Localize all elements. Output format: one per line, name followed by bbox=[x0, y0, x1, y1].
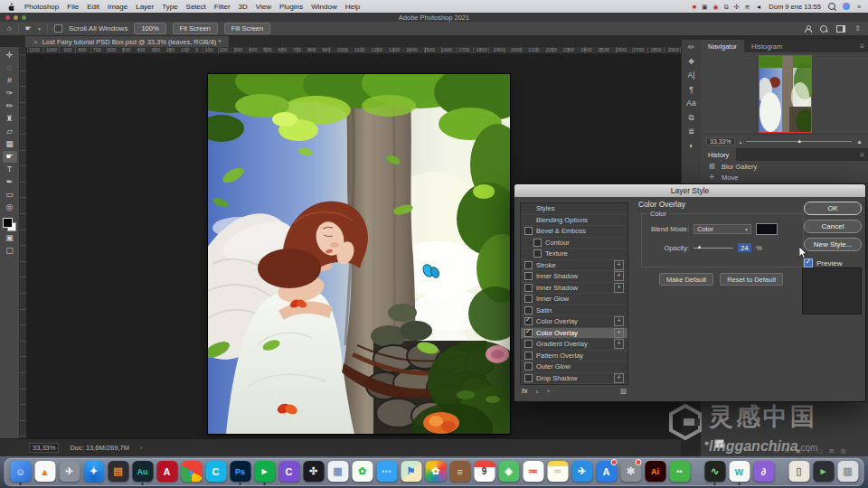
navigator-zoom-slider[interactable]: ▲ bbox=[746, 141, 852, 142]
make-default-button[interactable]: Make Default bbox=[659, 273, 713, 286]
media-player-dark[interactable]: ▸ bbox=[813, 461, 834, 482]
style-checkbox[interactable] bbox=[524, 352, 533, 360]
menu-item[interactable]: Edit bbox=[87, 3, 99, 11]
notebook-app[interactable]: ▤ bbox=[108, 461, 128, 482]
style-list-item[interactable]: Pattern Overlay + bbox=[521, 351, 627, 362]
tab-histogram[interactable]: Histogram bbox=[744, 40, 789, 52]
audio-monitor-app[interactable]: ∿ bbox=[704, 461, 725, 482]
dock-item[interactable]: A bbox=[596, 461, 618, 485]
style-checkbox[interactable] bbox=[524, 362, 533, 371]
dock-item[interactable]: Ai bbox=[645, 461, 666, 485]
clone-source-icon[interactable]: ⧉ bbox=[688, 114, 693, 122]
green-diamond-app[interactable]: ◈ bbox=[498, 461, 519, 482]
dock-item[interactable]: 9 bbox=[474, 461, 495, 485]
blend-mode-dropdown[interactable]: Color ▾ bbox=[693, 224, 751, 234]
minimize-window-button[interactable] bbox=[14, 15, 18, 20]
brush-tool[interactable]: ✏ bbox=[3, 100, 17, 112]
gradient-tool[interactable]: ▦ bbox=[3, 138, 17, 150]
dock-item[interactable]: ≂ bbox=[547, 461, 569, 485]
dock-item[interactable]: C bbox=[205, 461, 227, 485]
delete-effect-icon[interactable]: ▥ bbox=[620, 387, 627, 395]
add-effect-button[interactable]: + bbox=[614, 328, 624, 338]
style-checkbox[interactable] bbox=[524, 295, 533, 303]
style-list-item[interactable]: Outer Glow + bbox=[521, 361, 627, 373]
style-list-item[interactable]: Drop Shadow + bbox=[521, 373, 627, 385]
control-center-icon[interactable]: ≡ bbox=[857, 4, 861, 10]
dock-item[interactable]: ✣ bbox=[303, 461, 325, 485]
dock-item[interactable]: C bbox=[278, 461, 300, 485]
style-checkbox[interactable] bbox=[524, 340, 533, 348]
style-list-item[interactable]: Texture + bbox=[521, 249, 627, 260]
dock-item[interactable]: ⚑ bbox=[401, 461, 422, 485]
style-list-item[interactable]: Color Overlay + bbox=[521, 316, 627, 328]
add-effect-button[interactable]: + bbox=[614, 339, 624, 349]
menu-item[interactable]: File bbox=[67, 3, 79, 11]
fit-screen-button[interactable]: Fit Screen bbox=[173, 23, 218, 34]
navigator-zoom-value[interactable]: 33,33% bbox=[706, 137, 735, 145]
volume-icon[interactable]: ◄ bbox=[755, 4, 761, 10]
new-style-button[interactable]: New Style... bbox=[804, 238, 862, 251]
cancel-button[interactable]: Cancel bbox=[804, 220, 862, 233]
close-window-button[interactable] bbox=[5, 15, 10, 20]
eraser-tool[interactable]: ▱ bbox=[3, 126, 17, 137]
color-swatches[interactable] bbox=[3, 218, 16, 231]
finder[interactable]: ☺ bbox=[10, 461, 31, 482]
menu-item[interactable]: Layer bbox=[136, 3, 154, 11]
style-checkbox[interactable] bbox=[533, 249, 542, 258]
style-checkbox[interactable] bbox=[524, 317, 533, 325]
photos[interactable]: ✿ bbox=[425, 461, 446, 482]
dock-item[interactable]: A bbox=[156, 461, 178, 485]
style-checkbox[interactable] bbox=[524, 374, 533, 382]
opacity-slider-thumb[interactable]: ▲ bbox=[697, 244, 703, 249]
dock-item[interactable]: ◈ bbox=[498, 461, 520, 485]
apple-menu-icon[interactable] bbox=[7, 2, 15, 11]
dock-item[interactable]: ▲ bbox=[34, 461, 56, 485]
green-leaf-app[interactable]: ✿ bbox=[352, 461, 373, 482]
maps[interactable]: ⚑ bbox=[401, 461, 421, 482]
history-step[interactable]: ▧ Blur Gallery bbox=[701, 161, 868, 172]
zoom-100-button[interactable]: 100% bbox=[134, 23, 165, 34]
overlay-color-swatch[interactable] bbox=[756, 223, 778, 235]
lasso-tool[interactable]: ◌ bbox=[3, 62, 17, 74]
panel-menu-icon[interactable]: ≡ bbox=[860, 148, 868, 161]
chrome[interactable]: ● bbox=[181, 461, 202, 482]
style-checkbox[interactable] bbox=[524, 284, 533, 292]
home-icon[interactable]: ⌂ bbox=[7, 24, 12, 33]
opacity-slider[interactable]: ▲ bbox=[693, 248, 733, 249]
menu-item[interactable]: Filter bbox=[214, 3, 231, 11]
menu-item[interactable]: Photoshop bbox=[24, 3, 59, 11]
search-icon[interactable] bbox=[820, 25, 827, 33]
reset-to-default-button[interactable]: Reset to Default bbox=[720, 273, 783, 286]
zoom-slider-thumb[interactable]: ▲ bbox=[797, 138, 802, 144]
dock-item[interactable]: ✈ bbox=[59, 461, 80, 485]
messages[interactable]: ⋯ bbox=[376, 461, 397, 482]
character-panel-icon[interactable]: A| bbox=[688, 71, 695, 80]
style-checkbox[interactable] bbox=[533, 239, 542, 247]
style-checkbox[interactable] bbox=[524, 227, 533, 235]
add-effect-button[interactable]: + bbox=[614, 283, 624, 293]
navigator-thumbnail[interactable] bbox=[759, 55, 812, 133]
document-tab[interactable]: × Lost Fairy tutorial PSD Box.psd @ 33,3… bbox=[25, 36, 229, 47]
menu-item[interactable]: Plugins bbox=[279, 3, 303, 11]
zoom-out-icon[interactable]: ▴ bbox=[740, 139, 742, 145]
menu-item[interactable]: Window bbox=[311, 3, 336, 11]
libraries-icon[interactable]: ≣ bbox=[688, 127, 694, 136]
menu-item[interactable]: Select bbox=[186, 3, 206, 11]
adobe-audition[interactable]: Au bbox=[132, 461, 153, 482]
extension-icon[interactable]: ✣ bbox=[734, 4, 740, 10]
trash[interactable]: ▥ bbox=[837, 461, 858, 482]
safari[interactable]: ✦ bbox=[83, 461, 104, 482]
style-list-item[interactable]: Contour + bbox=[521, 238, 627, 249]
workspace-icon[interactable] bbox=[836, 25, 845, 33]
style-checkbox[interactable] bbox=[524, 272, 533, 280]
horizontal-ruler[interactable]: 1100100090080070060050040030020010001002… bbox=[27, 47, 681, 54]
foreground-color-swatch[interactable] bbox=[3, 218, 13, 228]
menu-item[interactable]: Image bbox=[108, 3, 127, 11]
image-viewer[interactable]: ▦ bbox=[327, 461, 348, 482]
dock-item[interactable]: ▤ bbox=[108, 461, 129, 485]
launcher-rocket[interactable]: ✈ bbox=[59, 461, 80, 482]
tab-history[interactable]: History bbox=[701, 148, 736, 161]
crop-tool[interactable]: # bbox=[3, 75, 17, 87]
status-zoom-field[interactable]: 33,33% bbox=[29, 443, 59, 453]
dock-item[interactable]: ▥ bbox=[837, 461, 859, 485]
